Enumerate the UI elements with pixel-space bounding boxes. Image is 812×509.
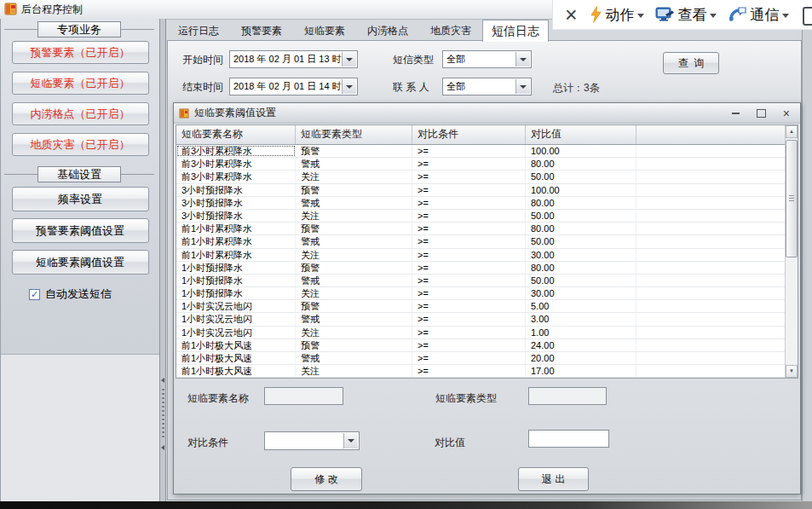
dropdown-arrow-icon[interactable] <box>343 433 358 448</box>
dialog-title: 短临要素阈值设置 <box>194 106 276 120</box>
table-cell <box>636 365 785 377</box>
dropdown-arrow-icon[interactable] <box>342 52 356 67</box>
table-row[interactable]: 前3小时累积降水关注>=50.00 <box>176 171 785 183</box>
sidebar-button[interactable]: 地质灾害（已开启） <box>12 133 149 156</box>
table-cell <box>636 287 785 299</box>
threshold-table: 短临要素名称短临要素类型对比条件对比值 前3小时累积降水预警>=100.00前3… <box>176 124 798 379</box>
table-row[interactable]: 1小时预报降水关注>=30.00 <box>176 287 785 300</box>
tab-item[interactable]: 短信日志 <box>482 20 549 42</box>
minimize-icon[interactable] <box>732 113 740 114</box>
table-cell <box>636 262 785 274</box>
toolbar-partial-icon <box>803 7 812 26</box>
close-icon[interactable]: × <box>783 107 790 119</box>
table-row[interactable]: 1小时预报降水警戒>=50.00 <box>176 275 785 287</box>
table-row[interactable]: 3小时预报降水预警>=100.00 <box>176 184 785 197</box>
end-time-picker[interactable]: 2018 年 02 月 01 日 14 时 <box>229 78 358 95</box>
table-row[interactable]: 前1小时累积降水关注>=30.00 <box>176 249 785 262</box>
search-button[interactable]: 查 询 <box>663 52 719 74</box>
window-right-edge <box>802 30 812 501</box>
table-cell: >= <box>412 365 526 377</box>
tab-item[interactable]: 运行日志 <box>167 21 230 40</box>
table-row[interactable]: 1小时预报降水预警>=80.00 <box>176 262 785 275</box>
column-header[interactable]: 对比值 <box>526 125 636 144</box>
sidebar-button[interactable]: 预警要素阈值设置 <box>12 218 149 243</box>
column-header[interactable] <box>636 125 785 144</box>
auto-send-checkbox[interactable] <box>29 289 40 300</box>
table-cell: >= <box>412 235 526 247</box>
table-row[interactable]: 前1小时极大风速关注>=17.00 <box>176 365 785 378</box>
table-row[interactable]: 1小时实况云地闪警戒>=3.00 <box>176 313 785 326</box>
table-cell: 前1小时极大风速 <box>176 339 296 351</box>
table-cell <box>636 210 785 222</box>
sidebar-button[interactable]: 频率设置 <box>12 187 149 211</box>
scrollbar-track[interactable] <box>786 138 798 365</box>
dropdown-arrow-icon[interactable] <box>515 52 530 67</box>
table-row[interactable]: 3小时预报降水警戒>=80.00 <box>176 197 785 210</box>
table-cell <box>636 235 785 247</box>
table-cell: 警戒 <box>296 158 412 170</box>
dialog-titlebar: 短临要素阈值设置 × <box>174 103 800 124</box>
sidebar-button[interactable]: 内涝格点（已开启） <box>12 102 149 125</box>
splitter-collapse-icon <box>161 445 164 450</box>
table-cell: >= <box>412 197 526 209</box>
app-window: 后台程序控制 × 动作 查看 <box>0 0 812 509</box>
end-time-label: 结束时间 <box>182 80 223 95</box>
scroll-up-icon[interactable]: ▲ <box>786 125 798 138</box>
tab-item[interactable]: 短临要素 <box>293 21 356 40</box>
start-time-picker[interactable]: 2018 年 02 月 01 日 13 时 <box>229 50 358 68</box>
tab-item[interactable]: 内涝格点 <box>356 21 419 40</box>
table-row[interactable]: 前1小时极大风速预警>=24.00 <box>176 339 785 352</box>
form-name-input[interactable] <box>264 387 343 405</box>
end-time-value: 2018 年 02 月 01 日 14 时 <box>230 78 357 95</box>
form-type-label: 短临要素类型 <box>435 391 497 406</box>
dropdown-arrow-icon[interactable] <box>342 79 356 94</box>
sms-type-select[interactable]: 全部 <box>442 50 532 68</box>
sidebar-button[interactable]: 预警要素（已开启） <box>12 41 149 64</box>
modify-button[interactable]: 修 改 <box>291 467 362 491</box>
table-row[interactable]: 前1小时极大风速警戒>=20.00 <box>176 352 785 365</box>
table-cell: 50.00 <box>526 235 636 247</box>
table-row[interactable]: 前3小时累积降水警戒>=80.00 <box>176 158 785 171</box>
table-row[interactable]: 1小时实况云地闪关注>=1.00 <box>176 327 785 339</box>
table-cell: 50.00 <box>526 171 636 182</box>
table-cell <box>636 184 785 196</box>
table-row[interactable]: 3小时预报降水关注>=50.00 <box>176 210 785 223</box>
sidebar-lower-panel <box>1 354 160 502</box>
table-cell: 1小时实况云地闪 <box>176 327 296 338</box>
sms-type-label: 短信类型 <box>393 53 434 67</box>
column-header[interactable]: 短临要素名称 <box>176 125 296 144</box>
column-header[interactable]: 短临要素类型 <box>296 125 412 144</box>
sidebar-button[interactable]: 短临要素阈值设置 <box>12 250 149 275</box>
exit-button[interactable]: 退 出 <box>518 467 589 491</box>
sidebar-button[interactable]: 短临要素（已开启） <box>12 72 149 95</box>
form-cond-label: 对比条件 <box>187 436 228 450</box>
form-cond-select[interactable] <box>264 431 360 450</box>
column-header[interactable]: 对比条件 <box>412 125 526 144</box>
table-row[interactable]: 1小时实况云地闪预警>=5.00 <box>176 300 785 313</box>
table-cell: 1小时预报降水 <box>176 275 296 286</box>
table-cell: 关注 <box>296 365 412 377</box>
table-cell <box>636 275 785 286</box>
sidebar-splitter[interactable] <box>159 19 166 501</box>
form-value-input[interactable] <box>528 430 609 448</box>
table-row[interactable]: 前1小时累积降水预警>=80.00 <box>176 223 785 235</box>
vertical-scrollbar[interactable]: ▲ ▼ <box>785 125 798 378</box>
tab-item[interactable]: 预警要素 <box>230 21 293 40</box>
scrollbar-thumb[interactable] <box>786 140 798 257</box>
scroll-down-icon[interactable]: ▼ <box>786 365 798 378</box>
table-cell: 1小时预报降水 <box>176 287 296 299</box>
table-row[interactable]: 前1小时累积降水警戒>=50.00 <box>176 235 785 248</box>
maximize-icon[interactable] <box>757 109 766 118</box>
table-cell <box>636 300 785 312</box>
table-cell: 警戒 <box>296 313 412 325</box>
table-cell: >= <box>412 249 526 261</box>
tab-item[interactable]: 地质灾害 <box>419 21 482 40</box>
table-row[interactable]: 前3小时累积降水预警>=100.00 <box>176 145 785 158</box>
threshold-dialog: 短临要素阈值设置 × 短临要素名称短临要素类型对比条件对比值 前3小时累积降水预… <box>173 102 801 495</box>
table-cell: >= <box>412 327 526 338</box>
contact-select[interactable]: 全部 <box>442 78 532 95</box>
auto-send-row[interactable]: 自动发送短信 <box>29 286 159 302</box>
form-type-input[interactable] <box>528 387 607 405</box>
table-cell: >= <box>412 339 526 351</box>
dropdown-arrow-icon[interactable] <box>515 79 530 94</box>
